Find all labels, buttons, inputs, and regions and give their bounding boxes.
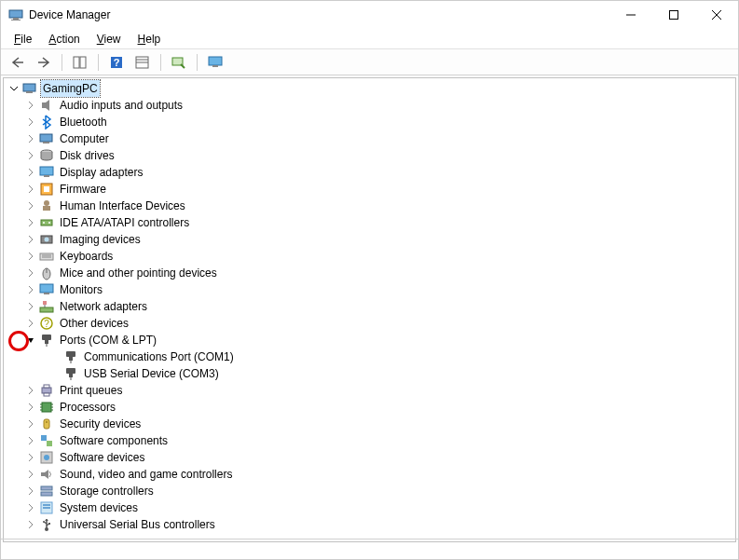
chevron-right-icon[interactable] xyxy=(24,99,37,112)
svg-rect-76 xyxy=(43,507,50,509)
other-icon: ? xyxy=(39,316,54,331)
toolbar-divider xyxy=(160,54,161,71)
close-button[interactable] xyxy=(695,1,738,29)
tree-category[interactable]: Ports (COM & LPT) xyxy=(4,332,735,348)
tree-category[interactable]: Mice and other pointing devices xyxy=(4,265,735,281)
chevron-right-icon[interactable] xyxy=(24,166,37,179)
port-icon xyxy=(63,349,78,364)
svg-rect-57 xyxy=(44,393,49,396)
tree-category[interactable]: Disk drives xyxy=(4,147,735,164)
toolbar-properties-button[interactable] xyxy=(131,52,154,73)
chevron-down-icon[interactable] xyxy=(24,334,37,347)
svg-point-31 xyxy=(48,222,50,224)
svg-rect-16 xyxy=(212,65,218,67)
chevron-right-icon[interactable] xyxy=(24,417,37,430)
chevron-right-icon[interactable] xyxy=(24,434,37,447)
svg-rect-50 xyxy=(69,357,73,361)
tree-category[interactable]: ?Other devices xyxy=(4,315,735,332)
minimize-button[interactable] xyxy=(609,1,652,29)
tree-root[interactable]: GamingPC xyxy=(4,80,735,97)
tree-category[interactable]: Security devices xyxy=(4,416,735,432)
svg-rect-41 xyxy=(40,307,53,312)
tree-device-label: Communications Port (COM1) xyxy=(82,348,236,365)
chevron-right-icon[interactable] xyxy=(24,216,37,229)
svg-point-70 xyxy=(44,455,49,460)
chevron-right-icon[interactable] xyxy=(24,468,37,481)
menu-action[interactable]: Action xyxy=(41,31,87,48)
tree-category-label: Software components xyxy=(58,432,170,449)
svg-rect-23 xyxy=(40,167,53,175)
maximize-button[interactable] xyxy=(652,1,695,29)
chevron-right-icon[interactable] xyxy=(24,518,37,531)
toolbar-show-hide-button[interactable] xyxy=(69,52,91,73)
tree-category[interactable]: Computer xyxy=(4,130,735,147)
chevron-right-icon[interactable] xyxy=(24,317,37,330)
chevron-right-icon[interactable] xyxy=(24,183,37,196)
svg-rect-73 xyxy=(41,492,52,496)
svg-rect-29 xyxy=(41,220,52,225)
menu-help[interactable]: Help xyxy=(130,31,169,48)
menu-file[interactable]: File xyxy=(7,31,39,48)
chevron-right-icon[interactable] xyxy=(24,451,37,464)
tree-device[interactable]: Communications Port (COM1) xyxy=(4,348,735,365)
tree-category-label: System devices xyxy=(58,499,140,516)
tree-category[interactable]: Audio inputs and outputs xyxy=(4,97,735,114)
back-button[interactable] xyxy=(7,52,29,73)
tree-category-label: Firmware xyxy=(58,181,108,198)
tree-category[interactable]: Processors xyxy=(4,399,735,416)
svg-rect-47 xyxy=(45,340,48,344)
no-expander xyxy=(48,367,62,380)
tree-category-label: Sound, video and game controllers xyxy=(58,466,234,483)
status-bar xyxy=(1,539,738,559)
tree-category[interactable]: Software devices xyxy=(4,449,735,466)
tree-category-label: Storage controllers xyxy=(58,483,156,499)
toolbar-monitor-button[interactable] xyxy=(204,52,226,73)
tree-category[interactable]: Display adapters xyxy=(4,164,735,181)
chevron-right-icon[interactable] xyxy=(24,501,37,514)
tree-category-label: Human Interface Devices xyxy=(58,198,187,214)
chevron-right-icon[interactable] xyxy=(24,149,37,162)
tree-category-label: IDE ATA/ATAPI controllers xyxy=(58,214,191,231)
tree-device[interactable]: USB Serial Device (COM3) xyxy=(4,365,735,382)
tree-category-label: Universal Serial Bus controllers xyxy=(58,516,217,533)
chevron-right-icon[interactable] xyxy=(24,300,37,313)
chevron-right-icon[interactable] xyxy=(24,250,37,263)
chevron-right-icon[interactable] xyxy=(24,401,37,414)
tree-category[interactable]: Imaging devices xyxy=(4,231,735,248)
tree-category[interactable]: Monitors xyxy=(4,281,735,298)
tree-category[interactable]: Bluetooth xyxy=(4,114,735,130)
tree-category[interactable]: Print queues xyxy=(4,382,735,399)
tree-category[interactable]: Firmware xyxy=(4,181,735,198)
tree-category[interactable]: Universal Serial Bus controllers xyxy=(4,516,735,533)
chevron-right-icon[interactable] xyxy=(24,485,37,498)
tree-category-label: Display adapters xyxy=(58,164,144,181)
tree-category[interactable]: Keyboards xyxy=(4,248,735,265)
tree-category[interactable]: Network adapters xyxy=(4,298,735,315)
menu-view[interactable]: View xyxy=(89,31,129,48)
sound-icon xyxy=(39,467,54,482)
tree-category-label: Print queues xyxy=(58,382,124,399)
chevron-right-icon[interactable] xyxy=(24,384,37,397)
chevron-right-icon[interactable] xyxy=(24,132,37,145)
tree-category[interactable]: IDE ATA/ATAPI controllers xyxy=(4,214,735,231)
chevron-right-icon[interactable] xyxy=(24,199,37,212)
toolbar-scan-button[interactable] xyxy=(168,52,190,73)
chevron-right-icon[interactable] xyxy=(24,283,37,296)
tree-device-label: USB Serial Device (COM3) xyxy=(82,365,221,382)
computer-icon xyxy=(22,81,37,96)
tree-category[interactable]: System devices xyxy=(4,499,735,516)
tree-category-label: Mice and other pointing devices xyxy=(58,265,219,281)
toolbar-help-button[interactable]: ? xyxy=(105,52,128,73)
chevron-right-icon[interactable] xyxy=(24,266,37,280)
chevron-down-icon[interactable] xyxy=(7,82,21,95)
chevron-right-icon[interactable] xyxy=(24,116,37,129)
forward-button[interactable] xyxy=(33,52,55,73)
tree-category[interactable]: Sound, video and game controllers xyxy=(4,466,735,483)
svg-rect-49 xyxy=(66,351,75,357)
tree-category-label: Bluetooth xyxy=(58,114,109,130)
chevron-right-icon[interactable] xyxy=(24,233,37,246)
tree-category[interactable]: Storage controllers xyxy=(4,483,735,499)
tree-category[interactable]: Human Interface Devices xyxy=(4,198,735,214)
tree-category[interactable]: Software components xyxy=(4,432,735,449)
device-tree[interactable]: GamingPC Audio inputs and outputsBluetoo… xyxy=(3,77,736,542)
